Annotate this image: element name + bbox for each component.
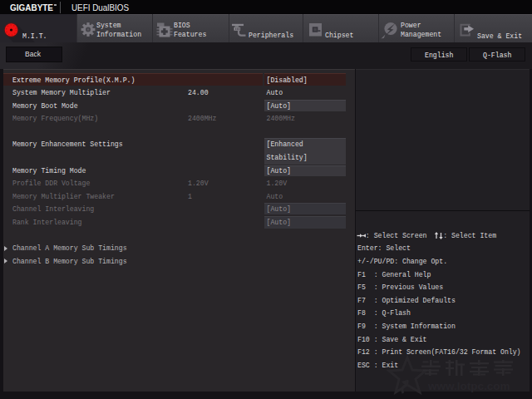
svg-text:www.lotpc.com: www.lotpc.com	[427, 380, 510, 392]
